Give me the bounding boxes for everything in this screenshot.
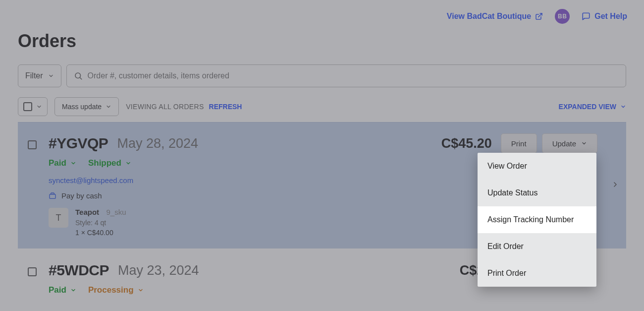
chevron-down-icon (106, 104, 111, 110)
refresh-link[interactable]: REFRESH (209, 103, 242, 111)
chevron-down-icon (70, 287, 76, 293)
wallet-icon (49, 192, 56, 200)
menu-item-label: View Order (487, 162, 527, 170)
item-style: Style: 4 qt (75, 219, 126, 227)
avatar[interactable]: BB (555, 9, 570, 24)
fulfillment-status-dropdown[interactable]: Shipped (88, 158, 131, 168)
chat-icon (582, 12, 590, 21)
select-all-dropdown[interactable] (18, 97, 48, 116)
menu-item-assign-tracking[interactable]: Assign Tracking Number (478, 206, 596, 233)
order-expand-chevron[interactable] (611, 181, 619, 190)
menu-item-update-status[interactable]: Update Status (478, 180, 596, 206)
item-name: Teapot (75, 208, 99, 216)
order-total: C$45.20 (441, 136, 492, 151)
view-store-label: View BadCat Boutique (447, 12, 531, 21)
update-button-label: Update (552, 139, 576, 148)
chevron-down-icon (70, 160, 76, 166)
page-title: Orders (18, 31, 626, 52)
avatar-initials: BB (558, 13, 567, 20)
menu-item-label: Edit Order (487, 242, 524, 250)
search-icon (74, 71, 83, 80)
print-button-label: Print (511, 139, 527, 148)
chevron-down-icon (48, 73, 54, 79)
filter-button-label: Filter (25, 71, 43, 80)
chevron-right-icon (611, 181, 619, 188)
update-button[interactable]: Update (542, 133, 597, 153)
update-dropdown-menu: View Order Update Status Assign Tracking… (478, 153, 596, 287)
refresh-label: REFRESH (209, 103, 242, 111)
menu-item-label: Assign Tracking Number (487, 215, 574, 224)
row-checkbox[interactable] (28, 140, 37, 149)
search-input-wrapper[interactable] (66, 64, 626, 87)
filter-button[interactable]: Filter (18, 64, 61, 87)
payment-status-dropdown[interactable]: Paid (49, 158, 76, 168)
order-id: #5WDCP (49, 262, 109, 279)
expanded-view-label: EXPANDED VIEW (559, 103, 616, 111)
checkbox-icon (23, 102, 32, 111)
row-checkbox[interactable] (28, 267, 37, 276)
svg-line-0 (538, 13, 542, 17)
svg-line-2 (80, 77, 81, 79)
payment-status-dropdown[interactable]: Paid (49, 285, 76, 295)
viewing-label: VIEWING ALL ORDERS (126, 103, 204, 111)
mass-update-label: Mass update (62, 103, 102, 111)
svg-rect-3 (50, 194, 55, 198)
fulfillment-status-label: Processing (88, 285, 134, 295)
menu-item-print-order[interactable]: Print Order (478, 260, 596, 287)
chevron-down-icon (36, 104, 42, 110)
get-help-link[interactable]: Get Help (582, 12, 627, 21)
menu-item-label: Print Order (487, 269, 526, 277)
order-date: May 28, 2024 (117, 136, 198, 151)
external-link-icon (535, 12, 543, 20)
item-sku: 9_sku (107, 208, 126, 216)
payment-status-label: Paid (49, 158, 66, 168)
order-date: May 23, 2024 (118, 263, 199, 278)
menu-item-edit-order[interactable]: Edit Order (478, 233, 596, 260)
print-button[interactable]: Print (501, 133, 537, 153)
expanded-view-toggle[interactable]: EXPANDED VIEW (559, 103, 626, 111)
search-input[interactable] (88, 71, 619, 80)
get-help-label: Get Help (594, 12, 627, 21)
chevron-down-icon (620, 104, 626, 110)
chevron-down-icon (138, 287, 144, 293)
item-thumb-letter: T (56, 213, 61, 223)
chevron-down-icon (125, 160, 131, 166)
item-qty-price: 1 × C$40.00 (75, 229, 126, 237)
fulfillment-status-label: Shipped (88, 158, 121, 168)
chevron-down-icon (581, 140, 587, 146)
mass-update-button[interactable]: Mass update (54, 97, 119, 116)
menu-item-label: Update Status (487, 188, 537, 197)
payment-status-label: Paid (49, 285, 66, 295)
order-id: #YGVQP (49, 135, 108, 152)
item-thumbnail: T (49, 208, 68, 228)
fulfillment-status-dropdown[interactable]: Processing (88, 285, 144, 295)
customer-email-link[interactable]: synctest@lightspeed.com (49, 176, 133, 185)
menu-item-view-order[interactable]: View Order (478, 153, 596, 180)
view-store-link[interactable]: View BadCat Boutique (447, 12, 543, 21)
payment-method-label: Pay by cash (61, 191, 102, 200)
